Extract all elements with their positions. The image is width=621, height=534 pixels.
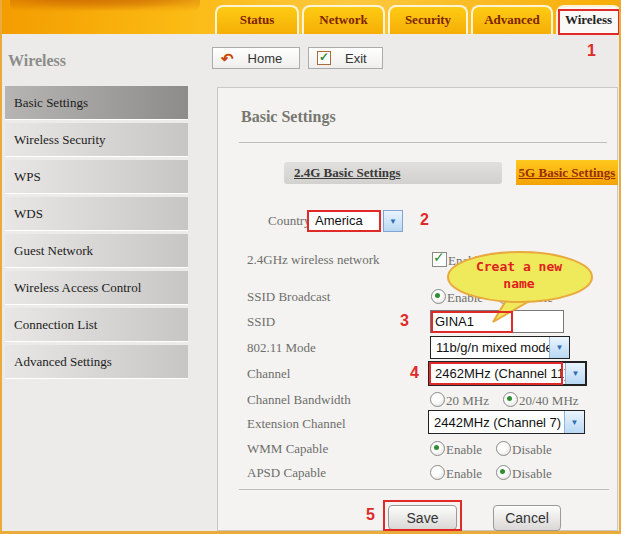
divider-bottom [239, 489, 609, 490]
ssid-label: SSID [247, 314, 275, 330]
callout-bubble-shape [445, 250, 595, 326]
tab-security[interactable]: Security [388, 5, 468, 34]
brand-logo [10, 0, 200, 12]
extension-channel-chevron-down-icon[interactable]: ▼ [564, 411, 584, 433]
sidebar-item-advanced-settings[interactable]: Advanced Settings [5, 345, 188, 379]
wmm-disable-radio[interactable] [496, 441, 511, 456]
sidebar-item-wps[interactable]: WPS [5, 160, 188, 194]
ssid-broadcast-label: SSID Broadcast [247, 289, 330, 305]
apsd-disable-label: Disable [512, 466, 552, 481]
wmm-capable-label: WMM Capable [247, 441, 328, 457]
channel-chevron-down-icon[interactable]: ▼ [565, 363, 585, 384]
tab-wireless[interactable]: Wireless [556, 5, 621, 34]
country-select[interactable]: America [307, 210, 381, 232]
country-chevron-down-icon[interactable]: ▼ [383, 210, 403, 232]
home-button[interactable]: ↶ Home [212, 47, 300, 69]
apsd-enable-label: Enable [446, 466, 482, 481]
subtab-24g-label: 2.4G Basic Settings [294, 165, 401, 180]
mode-select-value: 11b/g/n mixed mode [431, 340, 549, 355]
wmm-disable-label: Disable [512, 442, 552, 457]
channel-select-value: 2462MHz (Channel 11) [430, 366, 565, 381]
sidebar-item-wireless-security[interactable]: Wireless Security [5, 123, 188, 157]
channel-label: Channel [247, 366, 290, 382]
bandwidth-2040mhz-label: 20/40 MHz [519, 393, 579, 408]
bandwidth-20mhz-radio[interactable] [430, 392, 445, 407]
sidebar-title: Wireless [8, 52, 66, 70]
wmm-enable-radio[interactable] [430, 441, 445, 456]
mode-chevron-down-icon[interactable]: ▼ [549, 337, 569, 358]
mode-label: 802.11 Mode [247, 340, 316, 356]
sidebar-item-guest-network[interactable]: Guest Network [5, 234, 188, 268]
sidebar-item-connection-list[interactable]: Connection List [5, 308, 188, 342]
sidebar-item-wds[interactable]: WDS [5, 197, 188, 231]
apsd-enable-radio[interactable] [430, 465, 445, 480]
extension-channel-label: Extension Channel [247, 416, 346, 432]
tab-network[interactable]: Network [302, 5, 385, 34]
exit-button[interactable]: ✓ Exit [308, 47, 383, 69]
annotation-step-5: 5 [366, 506, 375, 524]
wireless-network-label: 2.4GHz wireless network [247, 252, 380, 268]
extension-channel-select-value: 2442MHz (Channel 7) [429, 415, 564, 430]
sidebar-item-wireless-access-control[interactable]: Wireless Access Control [5, 271, 188, 305]
annotation-step-1: 1 [587, 42, 596, 60]
home-button-label: Home [248, 51, 283, 66]
home-icon: ↶ [221, 51, 234, 66]
channel-bandwidth-label: Channel Bandwidth [247, 392, 351, 408]
save-button[interactable]: Save [388, 505, 457, 530]
extension-channel-select[interactable]: 2442MHz (Channel 7) ▼ [428, 410, 585, 434]
sidebar-item-basic-settings[interactable]: Basic Settings [5, 86, 188, 120]
cancel-button[interactable]: Cancel [493, 505, 561, 531]
subtab-5g-label: 5G Basic Settings [519, 165, 616, 180]
tab-status[interactable]: Status [215, 5, 299, 34]
apsd-disable-radio[interactable] [496, 465, 511, 480]
annotation-step-2: 2 [420, 211, 429, 229]
tab-advanced[interactable]: Advanced [471, 5, 553, 34]
annotation-step-3: 3 [400, 312, 409, 330]
annotation-step-4: 4 [410, 364, 419, 382]
callout-bubble [445, 250, 595, 326]
checkmark-icon: ✓ [433, 249, 445, 265]
divider-top [239, 142, 607, 143]
apsd-capable-label: APSD Capable [247, 465, 326, 481]
mode-select[interactable]: 11b/g/n mixed mode ▼ [430, 336, 570, 359]
exit-button-label: Exit [345, 51, 367, 66]
page-title: Basic Settings [241, 108, 336, 126]
channel-select[interactable]: 2462MHz (Channel 11) ▼ [428, 361, 587, 386]
exit-icon: ✓ [317, 51, 331, 65]
subtab-5g-basic-settings[interactable]: 5G Basic Settings [516, 160, 618, 185]
bandwidth-2040mhz-radio[interactable] [503, 392, 518, 407]
router-admin-page: Status Network Security Advanced Wireles… [0, 0, 621, 534]
subtab-24g-basic-settings[interactable]: 2.4G Basic Settings [284, 162, 502, 184]
ssid-broadcast-enable-radio[interactable] [431, 289, 446, 304]
wmm-enable-label: Enable [446, 442, 482, 457]
bandwidth-20mhz-label: 20 MHz [446, 393, 489, 408]
